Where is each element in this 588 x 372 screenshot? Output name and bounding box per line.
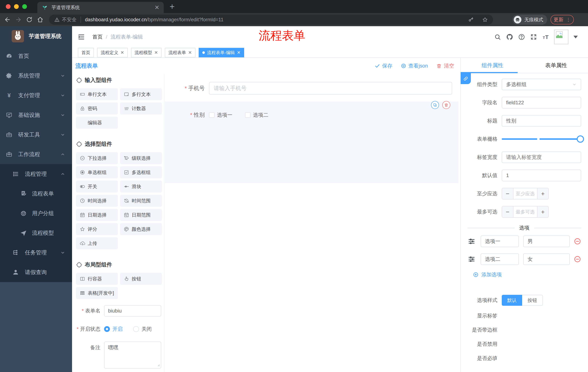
user-avatar[interactable] bbox=[554, 30, 568, 44]
sidebar-item-leave-query[interactable]: 请假查询 bbox=[0, 262, 72, 282]
form-name-input[interactable] bbox=[104, 305, 161, 317]
sidebar-item-process-mgmt[interactable]: 流程管理 bbox=[0, 164, 72, 184]
browser-menu-icon[interactable]: ⋮ bbox=[566, 17, 571, 22]
option-label-input[interactable] bbox=[481, 253, 519, 265]
minus-button[interactable]: − bbox=[502, 206, 514, 217]
option-value-input[interactable] bbox=[523, 235, 570, 247]
delete-component-button[interactable] bbox=[442, 101, 450, 109]
tag-close-icon[interactable]: ✕ bbox=[237, 50, 241, 55]
library-item-multi-line-text[interactable]: 多行文本 bbox=[120, 88, 162, 100]
checkbox-box[interactable] bbox=[209, 112, 214, 118]
tag-close-icon[interactable]: ✕ bbox=[188, 50, 192, 55]
checkbox-option-1[interactable]: 选项一 bbox=[209, 112, 232, 118]
drag-handle-icon[interactable] bbox=[468, 255, 476, 263]
library-item-button[interactable]: 按钮 bbox=[120, 273, 162, 285]
checkbox-option-2[interactable]: 选项二 bbox=[245, 112, 268, 118]
remark-textarea[interactable]: 嘿嘿 bbox=[104, 342, 161, 369]
library-item-table[interactable]: 表格[开发中] bbox=[76, 287, 118, 299]
tab-form-props[interactable]: 表单属性 bbox=[524, 58, 588, 73]
password-key-icon[interactable] bbox=[468, 17, 474, 22]
tag-process-form[interactable]: 流程表单✕ bbox=[165, 48, 195, 57]
checkbox-box[interactable] bbox=[245, 112, 251, 118]
radio-off-label[interactable]: 关闭 bbox=[142, 326, 152, 332]
library-item-select[interactable]: 下拉选择 bbox=[76, 152, 118, 164]
library-item-cascader[interactable]: 级联选择 bbox=[120, 152, 162, 164]
sidebar-item-dev-tools[interactable]: 研发工具 bbox=[0, 125, 72, 145]
search-icon[interactable] bbox=[494, 33, 501, 40]
new-tab-button[interactable]: + bbox=[169, 1, 175, 11]
min-select-value[interactable]: 至少应选 bbox=[514, 188, 537, 199]
sidebar-item-payment-mgmt[interactable]: ¥支付管理 bbox=[0, 85, 72, 105]
maximize-window-button[interactable] bbox=[22, 4, 27, 9]
tag-process-form-edit[interactable]: 流程表单-编辑✕ bbox=[199, 48, 244, 57]
sidebar-item-user-group[interactable]: 用户分组 bbox=[0, 203, 72, 223]
library-item-slider[interactable]: 滑块 bbox=[120, 181, 162, 192]
field-name-input[interactable] bbox=[502, 97, 581, 108]
home-icon[interactable] bbox=[37, 16, 44, 23]
resize-grip-icon[interactable] bbox=[157, 363, 160, 367]
tag-process-model[interactable]: 流程模型✕ bbox=[131, 48, 162, 57]
tag-process-definition[interactable]: 流程定义✕ bbox=[97, 48, 128, 57]
remove-option-icon[interactable] bbox=[574, 255, 581, 263]
copy-component-button[interactable] bbox=[431, 101, 439, 109]
security-label[interactable]: 不安全 bbox=[62, 16, 77, 23]
radio-off[interactable] bbox=[133, 326, 139, 332]
add-option-button[interactable]: 添加选项 bbox=[473, 271, 502, 278]
library-item-date-range[interactable]: 日期范围 bbox=[120, 209, 162, 221]
collapse-sidebar-icon[interactable] bbox=[77, 33, 85, 41]
library-item-upload[interactable]: 上传 bbox=[76, 237, 118, 249]
breadcrumb-home[interactable]: 首页 bbox=[92, 33, 103, 40]
library-item-password[interactable]: 密码 bbox=[76, 102, 118, 115]
drag-handle-icon[interactable] bbox=[468, 237, 476, 245]
radio-on-label[interactable]: 开启 bbox=[112, 326, 123, 332]
library-item-checkbox-group[interactable]: 多选框组 bbox=[120, 166, 162, 178]
github-icon[interactable] bbox=[506, 33, 513, 40]
label-width-input[interactable] bbox=[502, 151, 581, 163]
sidebar-item-process-model[interactable]: 流程模型 bbox=[0, 223, 72, 243]
library-item-row-container[interactable]: 行容器 bbox=[76, 273, 118, 285]
tab-component-props[interactable]: 组件属性 bbox=[461, 58, 524, 73]
close-window-button[interactable] bbox=[6, 4, 10, 9]
radio-on[interactable] bbox=[104, 326, 110, 332]
form-grid-slider[interactable] bbox=[502, 133, 581, 145]
tag-home[interactable]: 首页 bbox=[78, 48, 94, 57]
update-button[interactable]: 更新 ⋮ bbox=[551, 15, 574, 24]
option-style-button[interactable]: 按钮 bbox=[522, 295, 543, 306]
phone-input[interactable]: 请输入手机号 bbox=[209, 82, 452, 95]
option-style-default[interactable]: 默认 bbox=[502, 295, 522, 306]
library-item-rate[interactable]: 评分 bbox=[76, 223, 118, 235]
remove-option-icon[interactable] bbox=[574, 238, 581, 245]
drawer-link-handle[interactable] bbox=[461, 73, 471, 84]
forward-icon[interactable] bbox=[15, 16, 22, 23]
option-label-input[interactable] bbox=[481, 235, 519, 247]
sidebar-logo[interactable]: 芋道管理系统 bbox=[0, 26, 72, 46]
minimize-window-button[interactable] bbox=[14, 4, 19, 9]
text-size-icon[interactable]: TT bbox=[542, 33, 549, 40]
library-item-radio-group[interactable]: 单选框组 bbox=[76, 166, 118, 178]
view-json-button[interactable]: 查看json bbox=[401, 63, 428, 69]
sidebar-item-infrastructure[interactable]: 基础设施 bbox=[0, 105, 72, 125]
fullscreen-icon[interactable] bbox=[530, 33, 537, 40]
max-select-value[interactable]: 最多可选 bbox=[514, 206, 537, 217]
tag-close-icon[interactable]: ✕ bbox=[154, 50, 158, 55]
bookmark-star-icon[interactable] bbox=[482, 17, 488, 22]
selected-component-gender[interactable]: 性别 选项一选项二 bbox=[165, 102, 459, 183]
chevron-down-icon[interactable] bbox=[573, 36, 578, 38]
component-type-select[interactable]: 多选框组 bbox=[502, 79, 581, 90]
canvas-field-phone[interactable]: 手机号 请输入手机号 bbox=[173, 82, 452, 95]
help-icon[interactable] bbox=[518, 33, 525, 40]
sidebar-item-task-mgmt[interactable]: 任务管理 bbox=[0, 243, 72, 262]
sidebar-item-workflow[interactable]: 工作流程 bbox=[0, 145, 72, 164]
default-value-input[interactable] bbox=[502, 170, 581, 181]
back-icon[interactable] bbox=[4, 16, 11, 23]
library-item-date-picker[interactable]: 日期选择 bbox=[76, 209, 118, 221]
library-item-single-line-text[interactable]: 单行文本 bbox=[76, 88, 118, 100]
browser-tab[interactable]: 芋道管理系统 ✕ bbox=[37, 2, 164, 13]
sidebar-item-process-form[interactable]: 流程表单 bbox=[0, 184, 72, 203]
library-item-color-picker[interactable]: 颜色选择 bbox=[120, 223, 162, 235]
plus-button[interactable]: + bbox=[537, 188, 548, 199]
sidebar-item-system-mgmt[interactable]: 系统管理 bbox=[0, 66, 72, 85]
sidebar-item-home[interactable]: 首页 bbox=[0, 46, 72, 66]
save-button[interactable]: 保存 bbox=[375, 63, 392, 69]
clear-button[interactable]: 清空 bbox=[436, 63, 454, 69]
